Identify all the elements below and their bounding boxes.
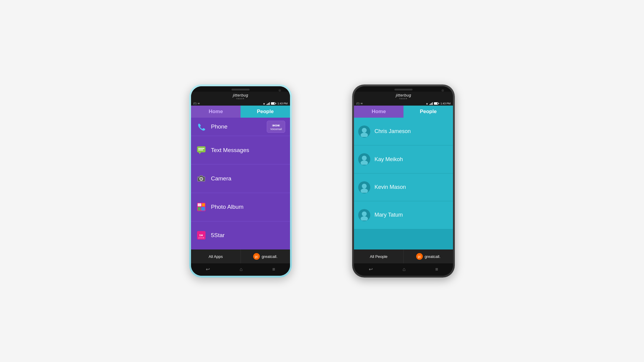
photo-album-label: Photo Album — [211, 204, 244, 210]
contact-item-kevin[interactable]: Kevin Mason — [354, 173, 453, 201]
svg-rect-0 — [197, 146, 206, 152]
svg-point-21 — [362, 211, 367, 216]
text-messages-label: Text Messages — [211, 147, 249, 154]
svg-point-16 — [361, 133, 368, 137]
voicemail-indicator-icon: 📳 — [193, 102, 196, 105]
svg-point-5 — [201, 178, 202, 179]
menu-item-camera[interactable]: Camera — [191, 164, 290, 193]
phone-2-status-left: 📳 ✉ — [356, 102, 363, 105]
speaker-slot-2 — [394, 89, 413, 91]
phone-1-menu-list: Text Messages Camera — [191, 136, 290, 249]
back-button-2[interactable]: ↩ — [369, 266, 373, 272]
tab-home-2[interactable]: Home — [354, 106, 403, 118]
phone-1-status-bar: 📳 ✉ ▲ 1:43 PM — [191, 101, 290, 106]
signal-bar-2-1 — [429, 104, 430, 105]
greatcall-button-1[interactable]: gc greatcall. — [241, 249, 290, 263]
svg-text:greatcall: greatcall — [199, 237, 204, 239]
signal-bar-4 — [269, 102, 270, 105]
phone-menu-row[interactable]: Phone ⏮⏭ Voicemail — [191, 118, 290, 136]
svg-rect-11 — [201, 207, 205, 211]
phone-2-screen: jitterbug touch 📳 ✉ ▲ — [354, 86, 453, 276]
phone-1-content: Phone ⏮⏭ Voicemail — [191, 118, 290, 263]
menu-item-photo-album[interactable]: Photo Album — [191, 193, 290, 221]
phone-1-brand-sub: touch — [191, 97, 290, 100]
wifi-icon-2: ▲ — [426, 102, 429, 105]
email-indicator-icon: ✉ — [198, 102, 200, 105]
battery-icon — [271, 102, 276, 105]
phone-2-tabs: Home People — [354, 106, 453, 118]
camera-dot-2 — [442, 89, 444, 92]
svg-point-22 — [361, 216, 368, 221]
all-people-button[interactable]: All People — [354, 249, 404, 263]
svg-marker-1 — [199, 152, 201, 154]
signal-bar-2-3 — [431, 103, 432, 105]
phone-1-status-right: ▲ 1:43 PM — [263, 102, 288, 105]
phone-1-nav-bar: ↩ ⌂ ≡ — [191, 263, 290, 276]
status-time: 1:43 PM — [277, 102, 288, 105]
phone-2-brand-sub: touch — [354, 97, 453, 100]
svg-text:5★: 5★ — [199, 234, 203, 237]
all-apps-label: All Apps — [209, 254, 223, 259]
phone-1-brand-area: jitterbug touch — [191, 92, 290, 101]
contact-name-chris: Chris Jameson — [375, 128, 411, 135]
all-people-label: All People — [370, 254, 387, 259]
menu-item-text-messages[interactable]: Text Messages — [191, 136, 290, 164]
photo-album-icon — [196, 202, 207, 212]
signal-bar-2-2 — [430, 103, 431, 105]
back-button-1[interactable]: ↩ — [206, 266, 210, 272]
svg-rect-9 — [202, 203, 205, 206]
contact-avatar-kevin — [358, 181, 370, 193]
phone-2-top-bar — [354, 86, 453, 92]
greatcall-label-1: greatcall. — [262, 254, 278, 259]
phone-1-brand-name: jitterbug — [191, 93, 290, 97]
svg-point-15 — [362, 128, 367, 133]
phone-2-brand-area: jitterbug touch — [354, 92, 453, 101]
phone-1-tabs: Home People — [191, 106, 290, 118]
phone-2-shell: jitterbug touch 📳 ✉ ▲ — [352, 84, 455, 278]
home-button-1[interactable]: ⌂ — [240, 267, 243, 272]
greatcall-button-2[interactable]: gc greatcall. — [404, 249, 453, 263]
contact-name-kevin: Kevin Mason — [375, 184, 406, 190]
battery-icon-2 — [434, 102, 439, 105]
tab-home[interactable]: Home — [191, 106, 241, 118]
svg-rect-8 — [198, 203, 201, 206]
menu-button-1[interactable]: ≡ — [272, 267, 275, 272]
signal-bars — [266, 102, 270, 105]
text-messages-icon — [196, 145, 207, 156]
phone-2-nav-bar: ↩ ⌂ ≡ — [354, 263, 453, 276]
contact-item-kay[interactable]: Kay Meikoh — [354, 145, 453, 173]
wifi-icon: ▲ — [263, 102, 266, 105]
phone-1-status-left: 📳 ✉ — [193, 102, 200, 105]
home-button-2[interactable]: ⌂ — [403, 267, 406, 272]
phone-1-bottom-actions: All Apps gc greatcall. — [191, 249, 290, 263]
phone-menu-label: Phone — [211, 123, 228, 130]
phone-2-status-bar: 📳 ✉ ▲ 1:43 PM — [354, 101, 453, 106]
tab-people[interactable]: People — [241, 106, 290, 118]
camera-label: Camera — [211, 175, 231, 182]
contact-avatar-mary — [358, 209, 370, 221]
phone-1-shell: jitterbug touch 📳 ✉ ▲ — [189, 84, 292, 278]
phone-2-bottom-actions: All People gc greatcall. — [354, 249, 453, 263]
tab-people-2[interactable]: People — [403, 106, 453, 118]
signal-bar-1 — [266, 104, 267, 105]
phone-icon — [196, 121, 207, 132]
svg-point-17 — [362, 156, 367, 160]
contacts-list: Chris Jameson Kay Meikoh — [354, 118, 453, 249]
svg-rect-6 — [198, 177, 199, 178]
contact-item-mary[interactable]: Mary Tatum — [354, 201, 453, 229]
email-indicator-icon-2: ✉ — [361, 102, 363, 105]
contact-name-mary: Mary Tatum — [375, 212, 403, 218]
5star-label: 5Star — [211, 232, 225, 239]
svg-point-20 — [361, 189, 368, 193]
phone-2-brand-name: jitterbug — [354, 93, 453, 97]
svg-rect-10 — [198, 207, 201, 211]
all-apps-button[interactable]: All Apps — [191, 249, 241, 263]
contact-item-chris[interactable]: Chris Jameson — [354, 118, 453, 145]
5star-icon: 5★ greatcall — [196, 230, 207, 241]
menu-button-2[interactable]: ≡ — [435, 267, 438, 272]
greatcall-logo-icon-2: gc — [416, 253, 423, 260]
menu-item-5star[interactable]: 5★ greatcall 5Star — [191, 221, 290, 249]
contact-name-kay: Kay Meikoh — [375, 156, 403, 163]
camera-icon — [196, 173, 207, 184]
voicemail-button[interactable]: ⏮⏭ Voicemail — [267, 121, 285, 133]
